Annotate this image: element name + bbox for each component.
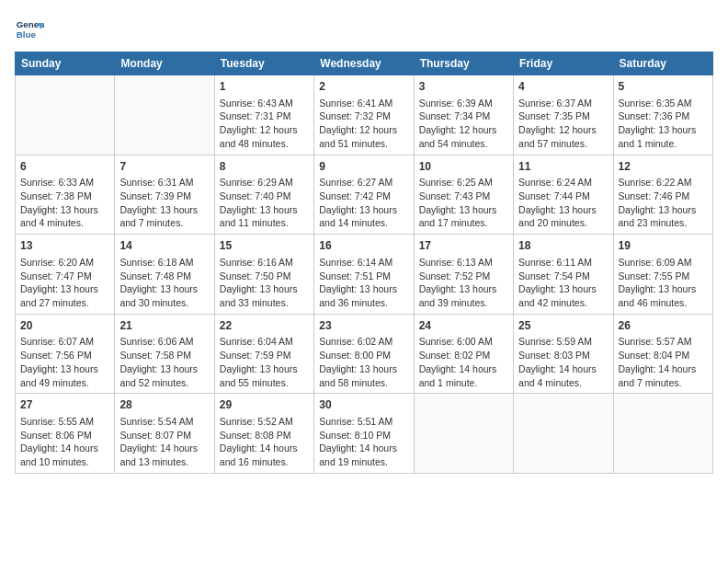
day-info: Sunrise: 6:07 AM [20, 335, 109, 349]
day-info: Daylight: 14 hours and 13 minutes. [119, 442, 209, 468]
calendar-cell: 1Sunrise: 6:43 AMSunset: 7:31 PMDaylight… [214, 75, 313, 155]
logo: General Blue [15, 15, 48, 44]
calendar-cell [414, 394, 513, 474]
day-info: Daylight: 13 hours and 30 minutes. [119, 282, 209, 309]
day-number: 6 [20, 159, 109, 175]
day-info: Daylight: 13 hours and 7 minutes. [119, 203, 209, 230]
day-info: Sunrise: 5:59 AM [518, 335, 608, 349]
calendar-cell: 28Sunrise: 5:54 AMSunset: 8:07 PMDayligh… [115, 394, 214, 474]
day-info: Sunrise: 5:55 AM [20, 415, 109, 429]
day-number: 8 [220, 159, 309, 175]
day-number: 7 [119, 159, 209, 175]
week-row-2: 6Sunrise: 6:33 AMSunset: 7:38 PMDaylight… [16, 155, 713, 235]
day-info: Daylight: 12 hours and 57 minutes. [518, 123, 608, 150]
day-info: Sunset: 7:44 PM [518, 190, 608, 203]
day-info: Daylight: 13 hours and 1 minute. [619, 123, 708, 150]
day-number: 14 [119, 238, 209, 254]
day-info: Sunrise: 6:25 AM [419, 176, 508, 190]
day-info: Daylight: 13 hours and 39 minutes. [419, 282, 508, 309]
day-number: 17 [419, 238, 508, 254]
day-number: 20 [20, 318, 109, 334]
day-number: 22 [220, 318, 309, 334]
day-info: Sunset: 7:36 PM [619, 109, 708, 123]
day-info: Daylight: 13 hours and 33 minutes. [220, 282, 309, 309]
calendar-cell: 23Sunrise: 6:02 AMSunset: 8:00 PMDayligh… [314, 314, 414, 394]
day-info: Sunset: 7:56 PM [20, 349, 109, 362]
day-info: Sunset: 7:48 PM [119, 270, 209, 283]
day-info: Sunrise: 6:00 AM [419, 335, 508, 349]
day-info: Sunset: 8:00 PM [319, 349, 408, 362]
calendar-cell: 24Sunrise: 6:00 AMSunset: 8:02 PMDayligh… [414, 314, 513, 394]
day-info: Sunrise: 6:22 AM [619, 176, 708, 190]
day-info: Sunset: 8:06 PM [20, 429, 109, 442]
week-row-5: 27Sunrise: 5:55 AMSunset: 8:06 PMDayligh… [16, 394, 713, 474]
calendar-cell [115, 75, 214, 155]
calendar-cell: 5Sunrise: 6:35 AMSunset: 7:36 PMDaylight… [613, 75, 712, 155]
day-number: 15 [220, 238, 309, 254]
day-info: Daylight: 14 hours and 7 minutes. [619, 362, 708, 389]
day-number: 30 [319, 397, 408, 413]
weekday-header-friday: Friday [514, 52, 613, 75]
weekday-header-row: SundayMondayTuesdayWednesdayThursdayFrid… [16, 52, 713, 75]
day-info: Sunset: 7:38 PM [20, 190, 109, 203]
day-info: Sunrise: 6:02 AM [319, 335, 408, 349]
calendar-cell: 12Sunrise: 6:22 AMSunset: 7:46 PMDayligh… [613, 155, 712, 235]
day-number: 4 [518, 79, 608, 95]
calendar-cell: 6Sunrise: 6:33 AMSunset: 7:38 PMDaylight… [16, 155, 115, 235]
day-info: Sunset: 8:10 PM [319, 429, 408, 442]
calendar-cell: 4Sunrise: 6:37 AMSunset: 7:35 PMDaylight… [514, 75, 613, 155]
calendar-cell: 25Sunrise: 5:59 AMSunset: 8:03 PMDayligh… [514, 314, 613, 394]
day-number: 1 [220, 79, 309, 95]
day-info: Sunrise: 5:52 AM [220, 415, 309, 429]
day-info: Sunset: 7:39 PM [119, 190, 209, 203]
day-number: 2 [319, 79, 408, 95]
day-info: Sunrise: 6:14 AM [319, 256, 408, 270]
calendar-cell [514, 394, 613, 474]
day-info: Daylight: 13 hours and 52 minutes. [119, 362, 209, 389]
weekday-header-saturday: Saturday [613, 52, 712, 75]
calendar-cell [613, 394, 712, 474]
day-info: Sunrise: 6:31 AM [119, 176, 209, 190]
day-info: Daylight: 13 hours and 27 minutes. [20, 282, 109, 309]
day-info: Sunset: 7:59 PM [220, 349, 309, 362]
day-info: Sunrise: 6:13 AM [419, 256, 508, 270]
page-header: General Blue [15, 15, 713, 44]
day-info: Sunrise: 6:04 AM [220, 335, 309, 349]
day-number: 19 [619, 238, 708, 254]
calendar-cell: 14Sunrise: 6:18 AMSunset: 7:48 PMDayligh… [115, 235, 214, 315]
day-number: 24 [419, 318, 508, 334]
calendar-cell: 10Sunrise: 6:25 AMSunset: 7:43 PMDayligh… [414, 155, 513, 235]
day-number: 10 [419, 159, 508, 175]
day-number: 25 [518, 318, 608, 334]
day-info: Daylight: 14 hours and 16 minutes. [220, 442, 309, 468]
day-info: Sunrise: 6:24 AM [518, 176, 608, 190]
calendar-cell: 26Sunrise: 5:57 AMSunset: 8:04 PMDayligh… [613, 314, 712, 394]
day-number: 18 [518, 238, 608, 254]
day-info: Daylight: 14 hours and 1 minute. [419, 362, 508, 389]
day-info: Daylight: 12 hours and 54 minutes. [419, 123, 508, 150]
day-number: 26 [619, 318, 708, 334]
day-number: 3 [419, 79, 508, 95]
day-info: Sunset: 8:04 PM [619, 349, 708, 362]
day-info: Daylight: 13 hours and 4 minutes. [20, 203, 109, 230]
day-number: 28 [119, 397, 209, 413]
day-info: Sunrise: 6:20 AM [20, 256, 109, 270]
week-row-1: 1Sunrise: 6:43 AMSunset: 7:31 PMDaylight… [16, 75, 713, 155]
day-info: Sunrise: 6:33 AM [20, 176, 109, 190]
day-info: Sunset: 8:07 PM [119, 429, 209, 442]
day-info: Sunset: 8:02 PM [419, 349, 508, 362]
day-info: Sunset: 7:40 PM [220, 190, 309, 203]
day-info: Daylight: 13 hours and 17 minutes. [419, 203, 508, 230]
day-info: Sunset: 7:52 PM [419, 270, 508, 283]
day-info: Sunrise: 5:54 AM [119, 415, 209, 429]
weekday-header-thursday: Thursday [414, 52, 513, 75]
calendar-cell [16, 75, 115, 155]
day-info: Sunset: 7:42 PM [319, 190, 408, 203]
calendar-cell: 20Sunrise: 6:07 AMSunset: 7:56 PMDayligh… [16, 314, 115, 394]
day-number: 5 [619, 79, 708, 95]
logo-icon: General Blue [15, 15, 44, 44]
calendar-cell: 27Sunrise: 5:55 AMSunset: 8:06 PMDayligh… [16, 394, 115, 474]
week-row-4: 20Sunrise: 6:07 AMSunset: 7:56 PMDayligh… [16, 314, 713, 394]
week-row-3: 13Sunrise: 6:20 AMSunset: 7:47 PMDayligh… [16, 235, 713, 315]
day-info: Daylight: 13 hours and 55 minutes. [220, 362, 309, 389]
